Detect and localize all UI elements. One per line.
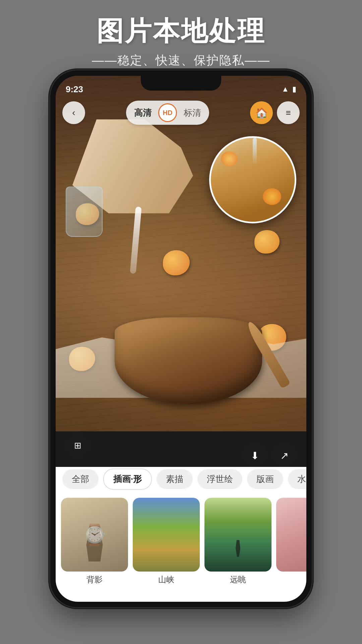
circle-white-pour [253,138,257,165]
download-icon: ⬇ [251,450,259,462]
jar-element [66,186,103,237]
quality-high-option[interactable]: 高清 [131,106,154,120]
filter-item-shanxia[interactable]: 山峡 [133,498,200,585]
filter-item-beiying[interactable]: 背影 [61,498,128,585]
phone-frame: 9:23 ▲ ▮ [50,70,312,607]
filter-tab-ukiyo[interactable]: 浮世绘 [197,469,242,489]
filter-icon-text: ⊞ [74,440,81,451]
main-image-area [56,76,306,431]
filter-item-4[interactable] [276,498,306,574]
battery-icon: ▮ [292,85,296,94]
menu-button[interactable]: ≡ [277,101,300,124]
filter-tab-all[interactable]: 全部 [62,469,99,489]
hd-text: HD [163,109,173,117]
filter-row: 背影 山峡 远眺 [56,491,306,602]
bowl-shape [115,317,262,405]
download-button[interactable]: ⬇ [243,443,267,468]
bottom-actions: ⬇ ↗ [56,443,306,468]
circle-inner [211,138,295,222]
filter-thumb-beiying [61,498,128,572]
filter-item-yuantiao[interactable]: 远眺 [204,498,272,585]
filter-tab-water[interactable]: 水 [288,469,306,489]
share-button[interactable]: ↗ [272,443,296,468]
filter-tab-woodblock[interactable]: 版画 [247,469,283,489]
main-title: 图片本地处理 [0,13,362,50]
sub-title: ——稳定、快速、保护隐私—— [0,52,362,69]
filter-icon-inner: ⊞ [66,433,90,458]
comparison-circle [209,136,296,223]
controls-bar: ‹ 高清 HD 标清 🏠 ≡ [56,99,306,126]
menu-icon: ≡ [286,108,291,118]
quality-standard-option[interactable]: 标清 [181,106,204,120]
star-icon: 🏠 [255,107,268,119]
filter-label-beiying: 背影 [86,574,103,585]
bowl-element [115,317,262,405]
circle-fruit-2 [263,188,281,205]
filter-thumb-yuantiao [204,498,272,572]
notch [141,76,221,91]
quality-selector: 高清 HD 标清 [126,101,209,125]
right-controls: 🏠 ≡ [250,101,300,124]
filter-label-yuantiao: 远眺 [230,574,246,585]
wifi-icon: ▲ [282,85,289,94]
filter-thumb-4 [276,498,306,572]
filter-tab-sketch[interactable]: 素描 [157,469,193,489]
hd-badge[interactable]: HD [158,103,177,122]
phone-screen: 9:23 ▲ ▮ [56,76,306,602]
filter-label-shanxia: 山峡 [158,574,174,585]
star-button[interactable]: 🏠 [250,101,273,124]
share-icon: ↗ [280,450,289,462]
status-time: 9:23 [66,84,83,95]
status-icons: ▲ ▮ [282,85,296,94]
filter-tab-illustration[interactable]: 插画·形 [103,469,152,490]
filter-icon-button[interactable]: ⊞ [66,433,90,458]
back-icon: ‹ [72,107,75,118]
filter-thumb-shanxia [133,498,200,572]
circle-fruit-1 [221,151,238,166]
filter-tabs: 全部 插画·形 素描 浮世绘 版画 水 [56,467,306,491]
back-button[interactable]: ‹ [62,101,85,124]
header-section: 图片本地处理 ——稳定、快速、保护隐私—— [0,13,362,69]
